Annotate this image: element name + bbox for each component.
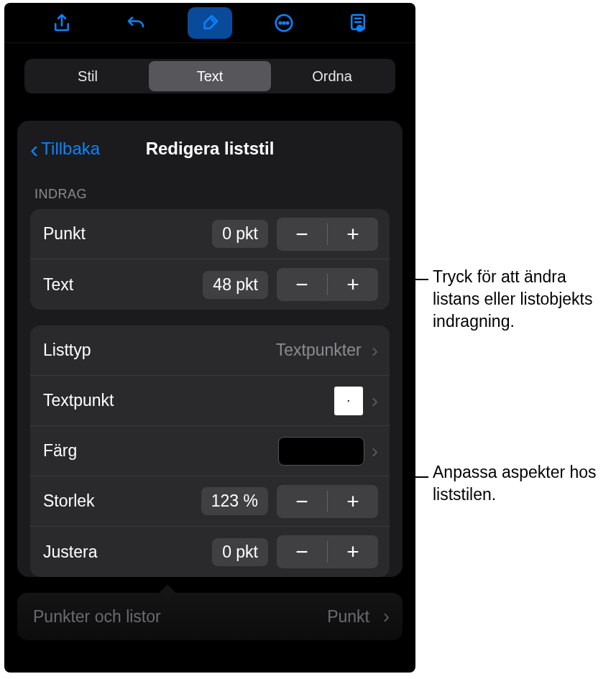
tab-bar: Stil Text Ordna (4, 43, 415, 101)
svg-point-3 (287, 22, 289, 24)
top-toolbar (4, 3, 415, 43)
chevron-left-icon: ‹ (30, 137, 38, 161)
justera-stepper: − + (277, 535, 378, 568)
justera-value[interactable]: 0 pkt (212, 538, 268, 566)
svg-point-1 (280, 22, 282, 24)
text-indent-stepper: − + (277, 268, 378, 301)
punkt-plus-button[interactable]: + (328, 218, 378, 251)
row-justera: Justera 0 pkt − + (30, 527, 390, 577)
row-listtyp[interactable]: Listtyp Textpunkter › (30, 325, 390, 376)
svg-point-2 (283, 22, 285, 24)
popover-notch (158, 584, 176, 602)
format-brush-button[interactable] (188, 7, 232, 39)
storlek-stepper: − + (277, 485, 378, 518)
brush-icon (199, 12, 221, 34)
style-card: Listtyp Textpunkter › Textpunkt · › Färg… (30, 325, 390, 577)
view-mode-button[interactable] (336, 7, 380, 39)
text-indent-label: Text (43, 275, 203, 295)
chevron-right-icon: › (383, 605, 390, 628)
edit-list-style-panel: ‹ Tillbaka Redigera liststil INDRAG Punk… (17, 121, 403, 577)
back-button[interactable]: ‹ Tillbaka (30, 137, 100, 161)
text-minus-button[interactable]: − (277, 268, 327, 301)
lead-line (415, 476, 428, 478)
row-text-indent: Text 48 pkt − + (30, 259, 390, 310)
lead-line (415, 279, 428, 280)
ghost-label: Punkter och listor (33, 607, 161, 627)
chevron-right-icon: › (372, 389, 378, 412)
storlek-label: Storlek (43, 491, 201, 511)
undo-button[interactable] (114, 7, 158, 39)
bracket-style (407, 349, 415, 604)
text-plus-button[interactable]: + (328, 268, 378, 301)
row-farg[interactable]: Färg › (30, 426, 390, 476)
section-indrag-label: INDRAG (17, 172, 403, 209)
justera-minus-button[interactable]: − (277, 535, 327, 568)
chevron-right-icon: › (372, 440, 378, 463)
ghost-value: Punkt (327, 607, 369, 627)
textpunkt-label: Textpunkt (43, 391, 334, 410)
justera-label: Justera (43, 542, 212, 562)
bullet-preview: · (334, 387, 363, 415)
svg-point-6 (359, 27, 362, 29)
tab-stil[interactable]: Stil (27, 61, 149, 91)
annotations: Tryck för att ändra listans eller listob… (417, 0, 611, 679)
callout-indent-text: Tryck för att ändra listans eller listob… (433, 266, 611, 333)
share-button[interactable] (40, 7, 84, 39)
tab-ordna[interactable]: Ordna (271, 61, 393, 91)
more-icon (273, 12, 295, 34)
storlek-minus-button[interactable]: − (277, 485, 327, 518)
share-icon (51, 12, 73, 34)
justera-plus-button[interactable]: + (328, 535, 378, 568)
listtyp-label: Listtyp (43, 341, 276, 360)
bracket-indent (407, 230, 415, 328)
chevron-right-icon: › (372, 339, 378, 362)
text-indent-value[interactable]: 48 pkt (203, 271, 268, 299)
back-label: Tillbaka (41, 139, 100, 159)
callout-style-text: Anpassa aspekter hos liststilen. (433, 461, 611, 506)
undo-icon (125, 12, 147, 34)
tab-text[interactable]: Text (149, 61, 271, 91)
punkt-value[interactable]: 0 pkt (212, 220, 268, 248)
app-window: Stil Text Ordna ‹ Tillbaka Redigera list… (4, 3, 415, 673)
row-textpunkt[interactable]: Textpunkt · › (30, 376, 390, 426)
farg-label: Färg (43, 441, 278, 461)
punkt-stepper: − + (277, 218, 378, 251)
listtyp-value: Textpunkter (276, 341, 362, 360)
row-punkt-indent: Punkt 0 pkt − + (30, 209, 390, 259)
storlek-plus-button[interactable]: + (328, 485, 378, 518)
punkt-minus-button[interactable]: − (277, 218, 327, 251)
row-punkter-och-listor[interactable]: Punkter och listor Punkt › (17, 593, 403, 640)
document-view-icon (347, 12, 369, 34)
indent-card: Punkt 0 pkt − + Text 48 pkt − + (30, 209, 390, 310)
storlek-value[interactable]: 123 % (201, 487, 268, 515)
punkt-label: Punkt (43, 224, 212, 244)
more-button[interactable] (262, 7, 306, 39)
row-storlek: Storlek 123 % − + (30, 476, 390, 527)
color-swatch (278, 437, 364, 466)
